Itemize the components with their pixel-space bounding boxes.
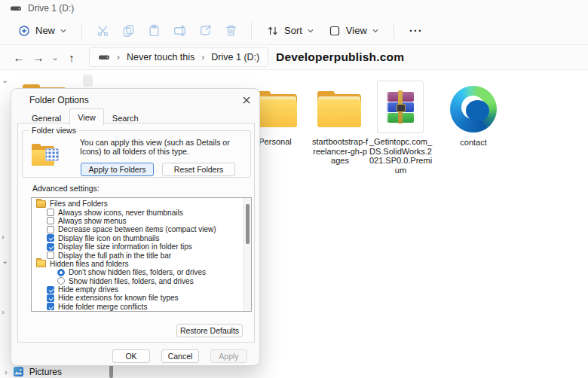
toolbar: New Sort View ··· [0, 17, 588, 45]
advanced-setting-row[interactable]: Files and Folders [32, 200, 243, 208]
share-button[interactable] [192, 20, 218, 41]
dialog-title: Folder Options [29, 95, 89, 105]
sidebar-scrollbar[interactable] [83, 75, 93, 87]
breadcrumb-item[interactable]: Drive 1 (D:) [211, 52, 259, 62]
advanced-setting-label: Display file icon on thumbnails [58, 234, 160, 242]
cut-button[interactable] [90, 20, 115, 41]
chevron-down-icon [372, 29, 378, 33]
watermark-text: Developerpublish.com [276, 50, 404, 64]
breadcrumb-item[interactable]: Never touch this [127, 52, 194, 62]
chevron-right-icon: › [5, 367, 8, 376]
checkbox[interactable] [47, 286, 54, 294]
folder-icon [36, 200, 46, 208]
advanced-setting-row[interactable]: Hide folder merge conflicts [32, 303, 243, 311]
advanced-setting-label: Always show icons, never thumbnails [58, 209, 183, 217]
sort-button-label: Sort [284, 25, 302, 36]
forward-arrow-icon[interactable]: → [29, 48, 48, 66]
checkbox[interactable] [47, 251, 54, 259]
checkbox[interactable] [47, 243, 54, 251]
groupbox-legend: Folder views [29, 126, 79, 135]
close-button[interactable] [237, 92, 256, 108]
sidebar-expand-chevron-icon[interactable]: ⌄ [2, 75, 8, 85]
advanced-setting-label: Always show menus [58, 217, 127, 225]
file-label[interactable]: _Getintopc.com_DS.SolidWorks.2021.SP0.0.… [367, 137, 434, 175]
file-label[interactable]: startbootstrap-freelancer-gh-pages [312, 137, 368, 166]
back-arrow-icon[interactable]: ← [9, 48, 29, 66]
advanced-setting-label: Decrease space between items (compact vi… [58, 225, 216, 233]
toolbar-separator [81, 23, 82, 39]
advanced-setting-row[interactable]: Display file size information in folder … [32, 242, 243, 251]
sidebar-expand-chevron-icon[interactable]: ⌄ [2, 256, 8, 266]
advanced-setting-row[interactable] [32, 311, 243, 312]
edge-browser-icon[interactable] [450, 86, 497, 133]
advanced-setting-row[interactable]: Decrease space between items (compact vi… [32, 225, 243, 233]
advanced-setting-row[interactable]: Display the full path in the title bar [32, 251, 243, 259]
navigation-bar: ← → ⌄ ↑ › Never touch this › Drive 1 (D:… [0, 45, 588, 70]
checkbox[interactable] [47, 217, 54, 224]
view-square-icon [329, 25, 341, 37]
tab-search[interactable]: Search [104, 111, 147, 125]
advanced-setting-label: Hide extensions for known file types [58, 294, 179, 302]
tab-view[interactable]: View [69, 108, 104, 125]
view-button[interactable]: View [321, 20, 386, 41]
advanced-setting-row[interactable]: Always show menus [32, 217, 243, 225]
toolbar-separator [394, 23, 394, 39]
new-button[interactable]: New [11, 20, 74, 41]
sidebar-collapse-chevron-icon[interactable]: › [2, 232, 5, 241]
apply-button[interactable]: Apply [210, 349, 247, 363]
advanced-setting-row[interactable]: Hide empty drives [32, 285, 243, 294]
paste-button[interactable] [141, 20, 167, 41]
copy-button[interactable] [115, 20, 141, 41]
advanced-setting-label: Show hidden files, folders, and drives [69, 277, 194, 285]
checkbox[interactable] [47, 303, 54, 310]
checkbox[interactable] [47, 234, 54, 242]
advanced-setting-row[interactable]: Don't show hidden files, folders, or dri… [32, 268, 243, 276]
sidebar-collapse-chevron-icon[interactable]: › [2, 307, 5, 316]
list-scrollbar[interactable] [243, 198, 251, 311]
title-bar: Drive 1 (D:) [0, 0, 588, 17]
winrar-archive-icon[interactable] [377, 81, 424, 133]
advanced-setting-row[interactable]: Hidden files and folders [32, 260, 243, 268]
advanced-setting-row[interactable]: Show hidden files, folders, and drives [32, 277, 243, 285]
rename-button[interactable] [167, 20, 192, 41]
copy-icon [122, 24, 135, 37]
advanced-settings-label: Advanced settings: [32, 184, 100, 193]
cancel-button[interactable]: Cancel [161, 349, 199, 363]
checkbox[interactable] [47, 294, 54, 302]
checkbox[interactable] [47, 209, 54, 216]
checkbox[interactable] [47, 226, 54, 233]
ok-button[interactable]: OK [112, 349, 150, 363]
sidebar-item-label: Pictures [29, 367, 62, 377]
cut-icon [96, 24, 109, 37]
advanced-setting-label: Hide folder merge conflicts [58, 303, 147, 311]
apply-to-folders-button[interactable]: Apply to Folders [81, 163, 154, 176]
close-icon [243, 96, 250, 104]
chevron-down-icon [308, 29, 314, 33]
new-plus-circle-icon [18, 25, 30, 37]
delete-button[interactable] [218, 20, 243, 41]
more-options-button[interactable]: ··· [402, 24, 430, 37]
restore-defaults-button[interactable]: Restore Defaults [176, 324, 243, 337]
folder-icon[interactable] [317, 91, 361, 127]
reset-folders-button[interactable]: Reset Folders [162, 163, 235, 176]
sort-button[interactable]: Sort [259, 20, 321, 41]
window-title: Drive 1 (D:) [28, 3, 74, 14]
advanced-settings-list[interactable]: Files and FoldersAlways show icons, neve… [31, 197, 252, 312]
advanced-setting-row[interactable]: Always show icons, never thumbnails [32, 208, 243, 216]
radio-button[interactable] [57, 269, 65, 276]
file-label[interactable]: contact [447, 138, 500, 148]
advanced-setting-label: Hide empty drives [58, 285, 118, 294]
address-bar[interactable]: › Never touch this › Drive 1 (D:) [89, 47, 268, 67]
sidebar-item-pictures[interactable]: › Pictures [5, 366, 62, 377]
rename-icon [173, 24, 186, 37]
advanced-setting-label: Hidden files and folders [50, 260, 129, 268]
radio-button[interactable] [57, 277, 65, 285]
scrollbar-thumb[interactable] [246, 204, 250, 244]
folder-views-groupbox: Folder views You can apply this view (su… [22, 130, 251, 178]
advanced-setting-row[interactable]: Hide extensions for known file types [32, 294, 243, 302]
recent-chevron-icon[interactable]: ⌄ [48, 48, 62, 66]
advanced-setting-row[interactable]: Display file icon on thumbnails [32, 234, 243, 242]
dialog-tabs: General View Search [23, 111, 147, 125]
up-arrow-icon[interactable]: ↑ [62, 48, 81, 66]
tab-general[interactable]: General [23, 111, 69, 125]
